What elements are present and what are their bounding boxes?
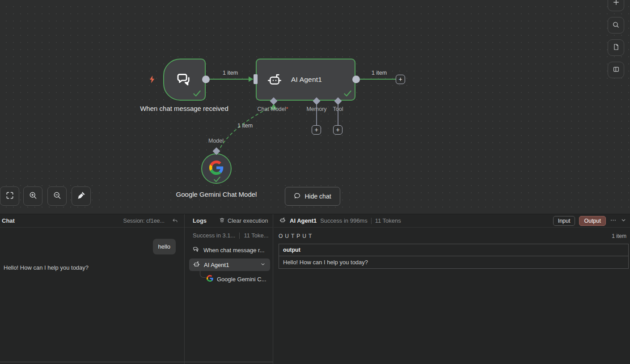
chat-panel-header: Chat Session: cf1ee... [0, 214, 184, 228]
google-logo-icon [209, 161, 224, 177]
divider [371, 218, 372, 224]
zoom-out-button[interactable] [47, 186, 67, 206]
collapse-panel-button[interactable] [621, 217, 626, 224]
robot-icon [193, 261, 200, 269]
trash-icon [219, 217, 225, 224]
trigger-node-label: When chat message received [140, 104, 229, 113]
divider [239, 233, 240, 239]
details-status-text: Success in 996ms [320, 217, 368, 224]
logs-panel-title: Logs [193, 217, 207, 224]
details-header-info: AI Agent1 Success in 996ms 11 Tokens [274, 217, 401, 225]
tab-output[interactable]: Output [579, 216, 606, 226]
log-entry-agent[interactable]: AI Agent1 [189, 258, 270, 271]
hide-chat-button[interactable]: Hide chat [285, 187, 340, 206]
clear-execution-button[interactable]: Clear execution [219, 217, 268, 224]
agent-output-handle[interactable] [352, 76, 360, 83]
chat-session-label: Session: cf1ee... [123, 214, 165, 228]
log-entry-model[interactable]: Google Gemini C... [207, 274, 266, 284]
reset-session-button[interactable] [172, 218, 178, 225]
logs-panel: Logs Clear execution Success in 3.1... 1… [184, 214, 273, 364]
split-panel-icon [613, 66, 620, 74]
plus-icon: + [314, 127, 318, 133]
google-logo-icon [207, 275, 213, 283]
plus-icon: + [398, 76, 402, 82]
robot-icon [279, 217, 286, 225]
tab-input[interactable]: Input [553, 216, 575, 226]
success-check-icon [193, 90, 201, 99]
chat-bubbles-icon [193, 246, 200, 254]
chat-message-bot: Hello! How can I help you today? [4, 264, 89, 271]
tidy-up-button[interactable] [72, 186, 91, 206]
logs-tokens-text: 11 Toke... [244, 232, 268, 239]
logs-panel-header: Logs Clear execution [185, 214, 273, 228]
search-button[interactable] [608, 17, 624, 34]
logs-status-text: Success in 3.1... [193, 232, 235, 239]
edge-items-label: 1 item [237, 123, 253, 129]
more-options-button[interactable] [610, 217, 617, 225]
add-tool-button[interactable]: + [333, 125, 342, 135]
clear-execution-label: Clear execution [228, 217, 268, 224]
zoom-in-icon [29, 191, 38, 201]
canvas-side-toolbar [608, 0, 624, 78]
output-table-header-row: output [279, 244, 629, 256]
plus-icon [612, 0, 620, 8]
chevron-down-icon [260, 262, 266, 268]
chevron-down-icon [621, 217, 626, 224]
log-entry-label: Google Gemini C... [217, 276, 266, 283]
add-memory-button[interactable]: + [312, 125, 321, 135]
sticky-note-button[interactable] [608, 39, 624, 56]
tree-connector [200, 271, 206, 278]
chat-bubbles-icon [176, 71, 194, 91]
node-ai-agent1[interactable]: AI Agent1 [256, 59, 355, 101]
add-next-node-button[interactable]: + [396, 75, 405, 84]
required-asterisk: * [286, 106, 288, 112]
file-icon [613, 43, 620, 52]
undo-icon [172, 218, 178, 225]
table-row: Hello! How can I help you today? [279, 256, 629, 269]
output-column-header[interactable]: output [279, 244, 629, 256]
zoom-out-icon [53, 191, 62, 201]
output-items-count: 1 item [612, 233, 626, 239]
log-entry-label: When chat message r... [203, 247, 265, 254]
search-icon [612, 21, 620, 30]
ellipsis-icon [610, 217, 617, 225]
node-details-panel: AI Agent1 Success in 996ms 11 Tokens Inp… [274, 214, 630, 364]
bottom-panel: Chat Session: cf1ee... hello Hello! How … [0, 214, 630, 364]
tool-port-label: Tool [325, 106, 351, 112]
agent-input-handle[interactable] [254, 74, 258, 84]
tidy-up-icon [77, 191, 86, 201]
agent-node-title: AI Agent1 [291, 59, 322, 100]
edge-items-label: 1 item [223, 70, 238, 76]
output-table: output Hello! How can I help you today? [279, 244, 629, 269]
chat-panel: Chat Session: cf1ee... hello Hello! How … [0, 214, 184, 364]
chat-model-port-label: Chat Model* [250, 106, 295, 112]
logs-summary: Success in 3.1... 11 Toke... [193, 232, 269, 239]
output-cell[interactable]: Hello! How can I help you today? [279, 256, 629, 269]
log-entry-label: AI Agent1 [204, 262, 229, 268]
hide-chat-label: Hide chat [304, 193, 331, 200]
toggle-panel-button[interactable] [608, 62, 624, 78]
robot-icon [266, 72, 283, 89]
node-google-gemini-chat-model[interactable] [201, 153, 232, 184]
fit-view-button[interactable] [0, 186, 19, 206]
chat-model-port-text: Chat Model [258, 106, 286, 112]
model-port-label: Model [198, 138, 234, 144]
speech-bubble-icon [294, 192, 301, 201]
zoom-in-button[interactable] [23, 186, 42, 206]
output-section-label: OUTPUT [279, 233, 314, 239]
details-tokens-text: 11 Tokens [375, 217, 401, 224]
plus-icon: + [336, 127, 339, 133]
execute-lightning-icon [148, 75, 156, 85]
trigger-output-handle[interactable] [202, 76, 210, 83]
workflow-canvas[interactable]: When chat message received 1 item AI Age… [0, 0, 630, 214]
fit-view-icon [5, 191, 14, 201]
chat-message-user: hello [153, 239, 176, 254]
log-entry-trigger[interactable]: When chat message r... [193, 245, 265, 255]
node-when-chat-message-received[interactable] [163, 59, 206, 101]
edge-items-label: 1 item [372, 70, 387, 76]
chat-panel-title: Chat [2, 217, 15, 224]
details-node-title: AI Agent1 [290, 217, 317, 224]
details-panel-header: AI Agent1 Success in 996ms 11 Tokens Inp… [274, 214, 630, 228]
success-check-icon [343, 90, 352, 99]
add-node-button[interactable] [608, 0, 624, 11]
